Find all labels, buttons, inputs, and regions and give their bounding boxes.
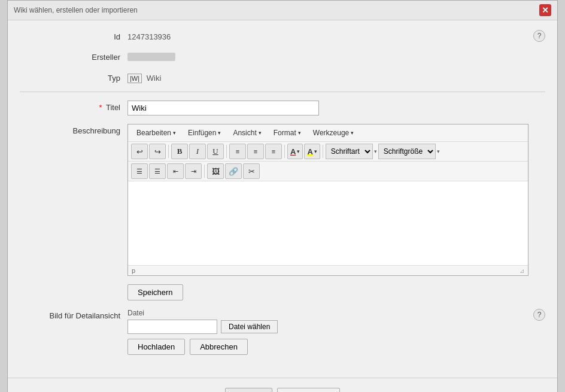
beschreibung-row: Beschreibung Bearbeiten ▾ Einfügen ▾ Ans… [20, 124, 545, 276]
dialog-title: Wiki wählen, erstellen oder importieren [14, 6, 138, 14]
indent-button[interactable]: ⇥ [185, 163, 202, 179]
editor-container: Bearbeiten ▾ Einfügen ▾ Ansicht ▾ Format… [127, 124, 528, 276]
hochladen-button[interactable]: Hochladen [127, 339, 185, 355]
editor-toolbar-2: ☰ ☰ ⇤ ⇥ 🖼 🔗 ✂ [128, 162, 528, 181]
id-label: Id [20, 30, 127, 41]
upload-row: Hochladen Abbrechen [127, 339, 278, 355]
editor-body[interactable] [128, 181, 528, 265]
resize-handle[interactable]: ⊿ [520, 268, 524, 274]
font-color-button[interactable]: A ▾ [287, 144, 303, 159]
ersteller-value [127, 50, 175, 63]
schriftart-select[interactable]: Schriftart [326, 144, 373, 159]
weiter-button[interactable]: Weiter [225, 388, 272, 392]
separator-3 [284, 145, 285, 158]
bild-label: Bild für Detailansicht [20, 309, 127, 320]
embed-button[interactable]: ✂ [243, 163, 260, 179]
link-button[interactable]: 🔗 [225, 163, 242, 179]
menu-ansicht[interactable]: Ansicht ▾ [228, 127, 266, 139]
schriftgroesse-select[interactable]: Schriftgröße [378, 144, 436, 159]
ersteller-row: Ersteller [20, 50, 545, 63]
editor-menubar: Bearbeiten ▾ Einfügen ▾ Ansicht ▾ Format… [128, 124, 528, 142]
datei-label: Datei [127, 309, 278, 317]
menu-werkzeuge[interactable]: Werkzeuge ▾ [308, 127, 359, 139]
required-star: * [99, 103, 102, 112]
speichern-button[interactable]: Speichern [127, 284, 183, 300]
editor-element-tag: p [132, 267, 135, 274]
redo-button[interactable]: ↪ [149, 144, 166, 159]
close-button[interactable]: ✕ [539, 4, 551, 16]
ordered-list-button[interactable]: ☰ [149, 163, 166, 179]
datei-waehlen-button[interactable]: Datei wählen [221, 320, 278, 333]
bild-content: Datei Datei wählen Hochladen Abbrechen [127, 309, 278, 355]
bg-color-button[interactable]: A ▾ [304, 144, 320, 159]
footer-row: Weiter Abbrechen [8, 378, 557, 392]
datei-input[interactable] [127, 320, 217, 334]
id-value: 1247313936 [127, 30, 171, 41]
italic-button[interactable]: I [189, 144, 206, 159]
beschreibung-label: Beschreibung [20, 124, 127, 135]
menu-bearbeiten[interactable]: Bearbeiten ▾ [132, 127, 181, 139]
outdent-button[interactable]: ⇤ [167, 163, 184, 179]
save-row: Speichern [20, 284, 545, 300]
typ-row: Typ |W| Wiki [20, 71, 545, 83]
dialog-content: Id 1247313936 ? Ersteller Typ |W| Wiki * [8, 20, 557, 373]
editor-toolbar-1: ↩ ↪ B I U ≡ ≡ ≡ A ▾ A [128, 142, 528, 162]
separator-1 [168, 145, 169, 158]
menu-einfuegen[interactable]: Einfügen ▾ [183, 127, 226, 139]
undo-button[interactable]: ↩ [131, 144, 148, 159]
dialog-titlebar: Wiki wählen, erstellen oder importieren … [8, 1, 557, 20]
help-icon-top[interactable]: ? [533, 30, 545, 42]
abbrechen-upload-button[interactable]: Abbrechen [190, 339, 248, 355]
align-left-button[interactable]: ≡ [229, 144, 246, 159]
align-center-button[interactable]: ≡ [247, 144, 264, 159]
separator-2 [226, 145, 227, 158]
titel-row: * Titel [20, 101, 545, 116]
ersteller-blurred [127, 53, 175, 61]
typ-text: Wiki [147, 74, 162, 83]
divider [20, 92, 545, 92]
bild-row: Bild für Detailansicht Datei Datei wähle… [20, 309, 545, 355]
image-button[interactable]: 🖼 [207, 163, 224, 179]
unordered-list-button[interactable]: ☰ [131, 163, 148, 179]
bold-button[interactable]: B [171, 144, 188, 159]
typ-label: Typ [20, 71, 127, 83]
underline-button[interactable]: U [207, 144, 224, 159]
editor-statusbar: p ⊿ [128, 265, 528, 275]
ersteller-label: Ersteller [20, 50, 127, 62]
abbrechen-button[interactable]: Abbrechen [277, 388, 340, 392]
id-row: Id 1247313936 ? [20, 30, 545, 42]
separator-5 [204, 165, 205, 178]
separator-4 [323, 145, 323, 158]
titel-label: * Titel [20, 101, 127, 112]
titel-input[interactable] [127, 101, 319, 116]
help-icon-bild[interactable]: ? [533, 309, 545, 321]
typ-icon: |W| [127, 74, 142, 83]
menu-format[interactable]: Format ▾ [269, 127, 306, 139]
align-right-button[interactable]: ≡ [265, 144, 282, 159]
dialog: Wiki wählen, erstellen oder importieren … [7, 0, 558, 392]
typ-value: |W| Wiki [127, 71, 161, 83]
